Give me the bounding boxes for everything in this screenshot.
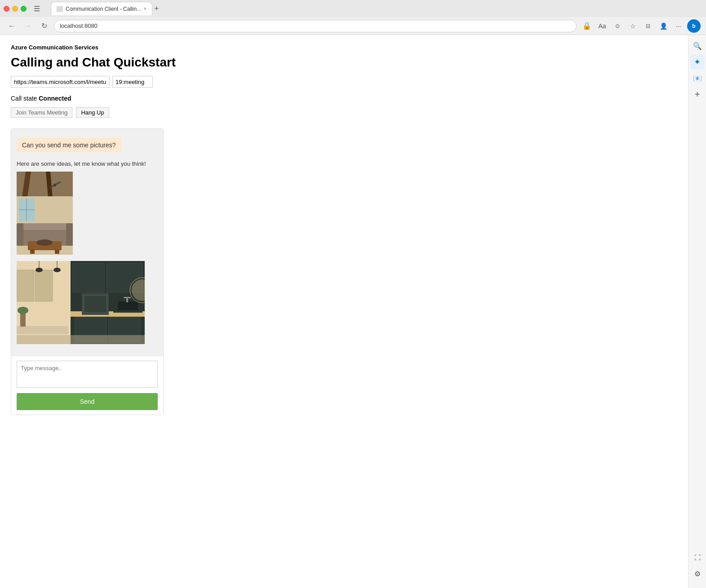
meeting-type-input[interactable] (112, 76, 153, 88)
call-state-label: Call state (11, 95, 37, 102)
svg-rect-32 (118, 301, 138, 310)
bing-copilot-button[interactable]: b (687, 19, 701, 33)
collections-button[interactable]: ⊟ (641, 19, 655, 33)
svg-rect-14 (55, 249, 59, 254)
received-message-container: Can you send me some pictures? (11, 129, 163, 156)
sidebar-fullscreen-icon[interactable]: ⛶ (690, 550, 705, 565)
svg-rect-20 (17, 270, 34, 301)
svg-rect-11 (66, 223, 73, 246)
chat-input-area: Send (11, 356, 163, 415)
message-input[interactable] (17, 361, 158, 388)
living-room-svg (17, 172, 73, 255)
tab-favicon (57, 6, 63, 12)
reload-button[interactable]: ↻ (38, 20, 50, 32)
sidebar-toggle-button[interactable]: ☰ (30, 2, 44, 15)
favorites-button[interactable]: ☆ (626, 19, 639, 33)
profile-button[interactable]: 👤 (657, 19, 670, 33)
immersive-reader-button[interactable]: ⊙ (611, 19, 624, 33)
forward-button[interactable]: → (22, 20, 34, 32)
svg-rect-30 (84, 296, 107, 313)
hang-up-button[interactable]: Hang Up (76, 107, 109, 118)
svg-rect-44 (17, 335, 145, 344)
send-button[interactable]: Send (17, 393, 158, 410)
read-aloud-button[interactable]: Aa (595, 19, 609, 33)
page-content: Azure Communication Services Calling and… (0, 35, 688, 588)
svg-point-15 (36, 239, 53, 246)
minimize-window-button[interactable] (12, 6, 18, 12)
nav-bar: ← → ↻ 🔒 Aa ⊙ ☆ ⊟ 👤 ··· b (0, 17, 706, 35)
svg-rect-10 (17, 223, 23, 246)
close-window-button[interactable] (4, 6, 9, 12)
content-area: Azure Communication Services Calling and… (0, 35, 706, 588)
sidebar-copilot-icon[interactable]: ✦ (690, 55, 705, 69)
svg-rect-9 (19, 223, 71, 230)
svg-rect-13 (30, 249, 35, 254)
security-icon[interactable]: 🔒 (580, 19, 594, 33)
image-kitchen (17, 261, 158, 346)
chat-images (17, 172, 158, 351)
nav-actions: 🔒 Aa ⊙ ☆ ⊟ 👤 ··· b (580, 19, 701, 33)
svg-point-41 (36, 268, 43, 272)
call-state-value: Connected (39, 95, 71, 102)
page-heading: Calling and Chat Quickstart (11, 55, 677, 70)
call-state-row: Call state Connected (11, 95, 677, 102)
sidebar-plus-icon[interactable]: + (690, 87, 705, 102)
more-button[interactable]: ··· (672, 19, 685, 33)
svg-rect-34 (124, 297, 131, 298)
svg-rect-21 (36, 270, 53, 301)
chat-container: Can you send me some pictures? Here are … (11, 128, 164, 415)
svg-point-43 (53, 268, 61, 272)
svg-rect-23 (73, 263, 104, 292)
image-living-room (17, 172, 158, 256)
teams-url-input[interactable] (11, 76, 110, 88)
new-tab-button[interactable]: + (154, 4, 159, 13)
tab-close-button[interactable]: × (144, 6, 147, 11)
sidebar-search-icon[interactable]: 🔍 (690, 39, 705, 53)
sidebar-outlook-icon[interactable]: 📧 (690, 71, 705, 85)
back-button[interactable]: ← (5, 20, 18, 32)
input-row (11, 76, 677, 88)
svg-point-39 (18, 307, 28, 314)
sent-message-container: Here are some ideas, let me know what yo… (11, 156, 163, 356)
traffic-lights (4, 6, 27, 12)
tab-title: Communication Client - Callin... (66, 6, 141, 12)
title-bar: ☰ Communication Client - Callin... × + (0, 0, 706, 17)
sent-message-text: Here are some ideas, let me know what yo… (17, 160, 158, 167)
received-message-bubble: Can you send me some pictures? (17, 138, 121, 152)
sidebar-bottom: ⛶ ⚙ (690, 550, 705, 584)
tab-bar: Communication Client - Callin... × + (51, 2, 159, 15)
maximize-window-button[interactable] (21, 6, 27, 12)
svg-rect-37 (17, 326, 68, 334)
active-tab[interactable]: Communication Client - Callin... × (51, 2, 152, 15)
app-title-label: Azure Communication Services (11, 44, 677, 51)
join-teams-meeting-button[interactable]: Join Teams Meeting (11, 107, 72, 118)
kitchen-svg (17, 261, 145, 344)
sidebar-settings-icon[interactable]: ⚙ (690, 566, 705, 581)
button-row: Join Teams Meeting Hang Up (11, 107, 677, 118)
bing-sidebar: 🔍 ✦ 📧 + ⛶ ⚙ (688, 35, 706, 588)
chat-messages: Can you send me some pictures? Here are … (11, 129, 163, 356)
address-bar[interactable] (54, 20, 577, 32)
